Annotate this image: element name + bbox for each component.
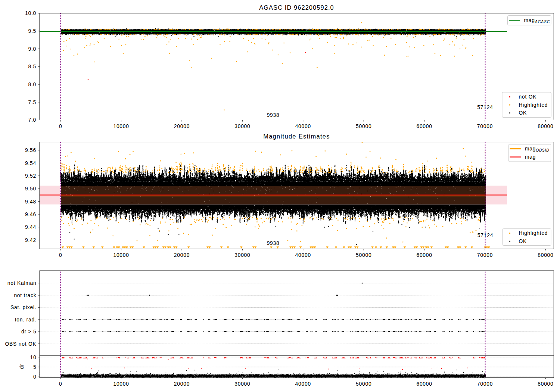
svg-text:7.5: 7.5 <box>28 100 36 105</box>
svg-text:OBS not OK: OBS not OK <box>5 341 37 347</box>
svg-text:30000: 30000 <box>234 381 250 387</box>
svg-text:9.0: 9.0 <box>28 46 36 52</box>
svg-text:57124: 57124 <box>477 233 493 238</box>
svg-text:70000: 70000 <box>477 124 493 129</box>
svg-text:8.5: 8.5 <box>28 64 36 69</box>
svg-text:80000: 80000 <box>538 252 553 258</box>
svg-text:8.0: 8.0 <box>28 82 36 87</box>
svg-text:not track: not track <box>14 293 36 298</box>
svg-text:40000: 40000 <box>295 381 311 387</box>
svg-text:70000: 70000 <box>477 252 493 258</box>
svg-text:0: 0 <box>59 381 62 387</box>
svg-text:0: 0 <box>33 374 36 380</box>
svg-text:10000: 10000 <box>113 252 129 258</box>
svg-text:60000: 60000 <box>416 381 432 387</box>
svg-text:9.56: 9.56 <box>25 147 36 153</box>
svg-text:not OK: not OK <box>519 94 537 100</box>
svg-text:Ion. rad.: Ion. rad. <box>15 317 37 323</box>
svg-text:AGASC ID 962200592.0: AGASC ID 962200592.0 <box>259 4 334 11</box>
svg-text:9.52: 9.52 <box>25 173 36 179</box>
svg-text:0: 0 <box>59 252 62 258</box>
svg-text:30000: 30000 <box>234 252 250 258</box>
svg-text:10000: 10000 <box>113 381 129 387</box>
svg-text:OK: OK <box>519 110 527 116</box>
svg-text:7.0: 7.0 <box>28 117 36 123</box>
svg-text:OK: OK <box>519 239 527 244</box>
svg-text:dr > 5: dr > 5 <box>21 329 36 335</box>
svg-text:9938: 9938 <box>267 112 280 118</box>
svg-text:57124: 57124 <box>477 105 493 110</box>
svg-text:80000: 80000 <box>538 381 553 387</box>
svg-text:10.0: 10.0 <box>25 10 36 16</box>
svg-text:not Kalman: not Kalman <box>7 280 37 286</box>
svg-text:30000: 30000 <box>234 124 250 129</box>
svg-text:9.42: 9.42 <box>25 237 36 243</box>
svg-text:5: 5 <box>33 364 36 370</box>
svg-text:20000: 20000 <box>174 252 190 258</box>
svg-text:40000: 40000 <box>295 124 311 129</box>
svg-text:Sat. pixel.: Sat. pixel. <box>10 305 36 310</box>
svg-text:40000: 40000 <box>295 252 311 258</box>
svg-text:50000: 50000 <box>356 381 371 387</box>
svg-text:Magnitude Estimates: Magnitude Estimates <box>263 133 330 140</box>
svg-text:9.50: 9.50 <box>25 186 36 192</box>
svg-text:60000: 60000 <box>416 124 432 129</box>
svg-text:9.48: 9.48 <box>25 199 36 205</box>
svg-text:9.44: 9.44 <box>25 224 36 230</box>
svg-text:dr: dr <box>19 364 25 369</box>
svg-text:50000: 50000 <box>356 124 371 129</box>
svg-text:Highlighted: Highlighted <box>519 102 548 108</box>
svg-text:mag: mag <box>525 154 536 160</box>
svg-text:80000: 80000 <box>538 124 553 129</box>
svg-text:0: 0 <box>59 124 62 129</box>
svg-text:10: 10 <box>30 355 37 360</box>
svg-text:9.46: 9.46 <box>25 212 36 217</box>
svg-text:60000: 60000 <box>416 252 432 258</box>
svg-text:20000: 20000 <box>174 124 190 129</box>
svg-text:70000: 70000 <box>477 381 493 387</box>
svg-text:9.54: 9.54 <box>25 161 36 166</box>
svg-text:10000: 10000 <box>113 124 129 129</box>
svg-text:9.5: 9.5 <box>28 28 36 34</box>
svg-text:50000: 50000 <box>356 252 371 258</box>
svg-text:20000: 20000 <box>174 381 190 387</box>
svg-text:Highlighted: Highlighted <box>519 230 548 236</box>
svg-text:9938: 9938 <box>267 240 280 246</box>
